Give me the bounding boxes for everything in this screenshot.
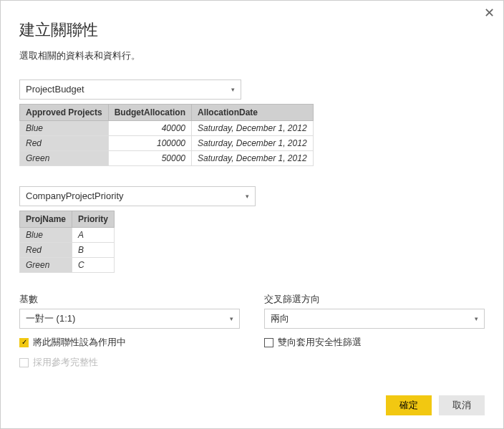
active-checkbox-row[interactable]: ✓ 將此關聯性設為作用中 <box>19 336 240 349</box>
create-relationship-dialog: ✕ 建立關聯性 選取相關的資料表和資料行。 ProjectBudget ▾ Ap… <box>0 0 504 429</box>
table1-header: AllocationDate <box>192 105 314 121</box>
security-checkbox[interactable] <box>264 338 273 347</box>
table-row: Blue 40000 Saturday, December 1, 2012 <box>20 121 314 136</box>
active-checkbox-label: 將此關聯性設為作用中 <box>33 336 126 349</box>
cancel-button[interactable]: 取消 <box>439 395 485 415</box>
chevron-down-icon: ▾ <box>231 80 235 99</box>
table1-header: BudgetAllocation <box>108 105 191 121</box>
dialog-title: 建立關聯性 <box>19 19 485 41</box>
table-row: Green C <box>20 258 115 273</box>
table2-select[interactable]: CompanyProjectPriority ▾ <box>19 186 256 206</box>
referential-checkbox-row: 採用參考完整性 <box>19 356 240 369</box>
table1-select-value: ProjectBudget <box>26 84 84 95</box>
ok-button[interactable]: 確定 <box>386 395 432 415</box>
cardinality-select[interactable]: 一對一 (1:1) ▾ <box>19 309 240 329</box>
chevron-down-icon: ▾ <box>230 309 233 328</box>
crossfilter-value: 兩向 <box>271 313 289 324</box>
table-row: Green 50000 Saturday, December 1, 2012 <box>20 151 314 166</box>
close-button[interactable]: ✕ <box>484 6 495 19</box>
crossfilter-label: 交叉篩選方向 <box>264 293 485 306</box>
referential-checkbox-label: 採用參考完整性 <box>33 356 98 369</box>
dialog-subtitle: 選取相關的資料表和資料行。 <box>19 49 485 62</box>
table1-select[interactable]: ProjectBudget ▾ <box>19 79 241 100</box>
dialog-buttons: 確定 取消 <box>386 395 485 415</box>
security-checkbox-label: 雙向套用安全性篩選 <box>278 336 362 349</box>
active-checkbox[interactable]: ✓ <box>19 338 29 347</box>
table-row: Red 100000 Saturday, December 1, 2012 <box>20 136 314 151</box>
security-checkbox-row[interactable]: 雙向套用安全性篩選 <box>264 336 485 349</box>
table2-preview: ProjName Priority Blue A Red B Green C <box>19 211 115 273</box>
referential-checkbox <box>19 358 29 367</box>
table2-select-value: CompanyProjectPriority <box>26 191 124 201</box>
table1-header: Approved Projects <box>20 105 109 121</box>
table2-header: ProjName <box>20 211 72 228</box>
chevron-down-icon: ▾ <box>475 309 478 328</box>
table1-preview: Approved Projects BudgetAllocation Alloc… <box>19 104 314 166</box>
table2-header: Priority <box>72 211 115 228</box>
crossfilter-select[interactable]: 兩向 ▾ <box>264 309 485 329</box>
chevron-down-icon: ▾ <box>246 187 249 206</box>
table-row: Red B <box>20 243 115 258</box>
table-row: Blue A <box>20 228 115 243</box>
cardinality-value: 一對一 (1:1) <box>26 313 75 324</box>
cardinality-label: 基數 <box>19 293 240 306</box>
